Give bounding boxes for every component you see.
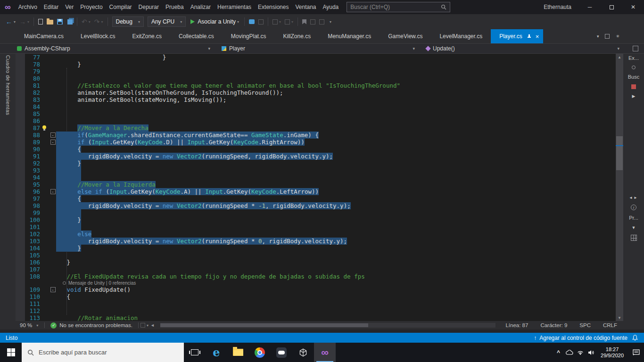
line-number[interactable]: 77: [16, 54, 40, 61]
gear-icon[interactable]: ✳: [616, 34, 619, 39]
line-number[interactable]: 100: [16, 216, 40, 223]
minimize-button[interactable]: ─: [579, 0, 601, 14]
menu-depurar[interactable]: Depurar: [135, 0, 162, 14]
active-files-dropdown-icon[interactable]: ▾: [597, 34, 599, 39]
line-ending-indicator[interactable]: CRLF: [597, 322, 623, 328]
menu-proyecto[interactable]: Proyecto: [77, 0, 106, 14]
vertical-scrollbar[interactable]: ▲ ▼: [616, 54, 623, 321]
tab-movingplat[interactable]: MovingPlat.cs: [223, 29, 275, 43]
line-number[interactable]: 88: [16, 132, 40, 139]
window-options-icon[interactable]: [605, 34, 610, 39]
line-number[interactable]: 89: [16, 139, 40, 146]
taskbar-clock[interactable]: 18:27 29/9/2020: [596, 346, 628, 359]
line-number[interactable]: 105: [16, 252, 40, 259]
find-button[interactable]: [256, 16, 265, 27]
tab-exitzone[interactable]: ExitZone.cs: [124, 29, 170, 43]
code-text[interactable]: rigidBody.velocity = new Vector2(running…: [56, 238, 616, 245]
code-text[interactable]: }: [56, 160, 616, 167]
code-text[interactable]: [56, 300, 616, 307]
code-text[interactable]: if(GameManager.sharedInstance.currentGam…: [56, 132, 616, 139]
code-editor[interactable]: 77 }78 }798081 //Establezco el valor que…: [16, 54, 616, 321]
menu-compilar[interactable]: Compilar: [106, 0, 135, 14]
scrollbar-thumb[interactable]: [616, 136, 623, 170]
code-text[interactable]: [56, 209, 616, 216]
taskbar-search-box[interactable]: Escribe aquí para buscar: [22, 343, 184, 362]
taskbar-chrome-button[interactable]: [249, 343, 271, 362]
close-icon[interactable]: ×: [536, 33, 539, 40]
line-number[interactable]: 106: [16, 259, 40, 266]
line-number[interactable]: 82: [16, 89, 40, 96]
space-indicator[interactable]: SPC: [573, 322, 597, 328]
code-text[interactable]: }: [56, 216, 616, 223]
code-text[interactable]: }: [56, 54, 616, 61]
cloud-icon[interactable]: [564, 350, 575, 355]
code-text[interactable]: {: [56, 293, 616, 300]
line-number[interactable]: 107: [16, 266, 40, 273]
left-right-arrows-icon[interactable]: ◄►: [629, 196, 638, 200]
start-debugging-button[interactable]: Asociar a Unity▾: [188, 16, 242, 27]
line-number[interactable]: 102: [16, 230, 40, 238]
maximize-button[interactable]: [601, 0, 622, 14]
code-text[interactable]: rigidBody.velocity = new Vector2(running…: [56, 202, 616, 209]
grid-panel-icon[interactable]: [631, 235, 637, 241]
line-number[interactable]: 99: [16, 209, 40, 216]
code-text[interactable]: rigidBody.velocity = new Vector2(running…: [56, 153, 616, 160]
line-number[interactable]: 86: [16, 117, 40, 124]
solution-platform-dropdown[interactable]: Any CPU▾: [148, 16, 186, 27]
line-number[interactable]: 81: [16, 82, 40, 89]
open-file-button[interactable]: [45, 16, 55, 27]
line-number[interactable]: 83: [16, 96, 40, 103]
line-number[interactable]: 84: [16, 103, 40, 110]
tab-levelmanager[interactable]: LevelManager.cs: [431, 29, 491, 43]
horizontal-scrollbar-thumb[interactable]: [160, 323, 368, 327]
wifi-icon[interactable]: [575, 350, 586, 355]
taskbar-edge-button[interactable]: e: [206, 343, 227, 362]
project-dropdown[interactable]: Assembly-CSharp ▾: [17, 43, 222, 54]
code-text[interactable]: [56, 174, 616, 181]
menu-analizar[interactable]: Analizar: [187, 0, 214, 14]
line-number[interactable]: 109: [16, 286, 40, 293]
code-text[interactable]: animator.SetBool(stateOnTheGround, IsTou…: [56, 89, 616, 96]
attach-button[interactable]: [247, 16, 256, 27]
tab-player[interactable]: Player.cs×: [491, 29, 543, 43]
member-dropdown[interactable]: Update() ▾: [426, 43, 631, 54]
line-number[interactable]: 113: [16, 314, 40, 321]
code-text[interactable]: [56, 117, 616, 124]
tab-killzone[interactable]: KillZone.cs: [275, 29, 320, 43]
quick-search-box[interactable]: Buscar (Ctrl+Q): [347, 2, 450, 12]
red-panel-icon[interactable]: [631, 84, 636, 89]
navigate-forward-button[interactable]: →▾: [17, 16, 31, 27]
code-text[interactable]: //Mover a la Derecha: [56, 124, 616, 132]
undo-button[interactable]: ↶▾: [80, 16, 92, 27]
line-number[interactable]: 79: [16, 68, 40, 75]
code-text[interactable]: [56, 110, 616, 117]
hscroll-left-arrow-icon[interactable]: ◄: [149, 323, 157, 328]
menu-archivo[interactable]: Archivo: [15, 0, 41, 14]
line-number[interactable]: 104: [16, 245, 40, 252]
next-bookmark-button[interactable]: [317, 16, 326, 27]
codelens-text[interactable]: Mensaje de Unity | 0 referencias: [68, 280, 136, 286]
new-file-button[interactable]: [36, 16, 45, 27]
tab-levelblock[interactable]: LevelBlock.cs: [72, 29, 124, 43]
scroll-up-arrow-icon[interactable]: ▲: [616, 54, 623, 60]
line-number[interactable]: 96: [16, 188, 40, 195]
lightbulb-icon[interactable]: [40, 124, 50, 132]
code-text[interactable]: [56, 266, 616, 273]
line-number[interactable]: 78: [16, 61, 40, 68]
code-text[interactable]: }: [56, 259, 616, 266]
code-text[interactable]: {: [56, 195, 616, 202]
close-button[interactable]: ✕: [622, 0, 644, 14]
fold-collapse-icon[interactable]: -: [50, 132, 56, 139]
code-text[interactable]: [56, 167, 616, 174]
line-number[interactable]: 80: [16, 75, 40, 82]
fold-collapse-icon[interactable]: -: [50, 139, 56, 146]
bell-icon[interactable]: [632, 335, 638, 341]
line-number[interactable]: 110: [16, 293, 40, 300]
code-text[interactable]: [56, 75, 616, 82]
menu-extensiones[interactable]: Extensiones: [255, 0, 292, 14]
tab-collectable[interactable]: Collectable.cs: [170, 29, 223, 43]
code-text[interactable]: }: [56, 61, 616, 68]
column-indicator[interactable]: Carácter: 9: [534, 322, 573, 328]
document-health-indicator[interactable]: ✓ No se encontraron problemas.: [47, 322, 136, 329]
code-text[interactable]: //El FixedUpdate revisa cada un tiempo f…: [56, 273, 616, 280]
